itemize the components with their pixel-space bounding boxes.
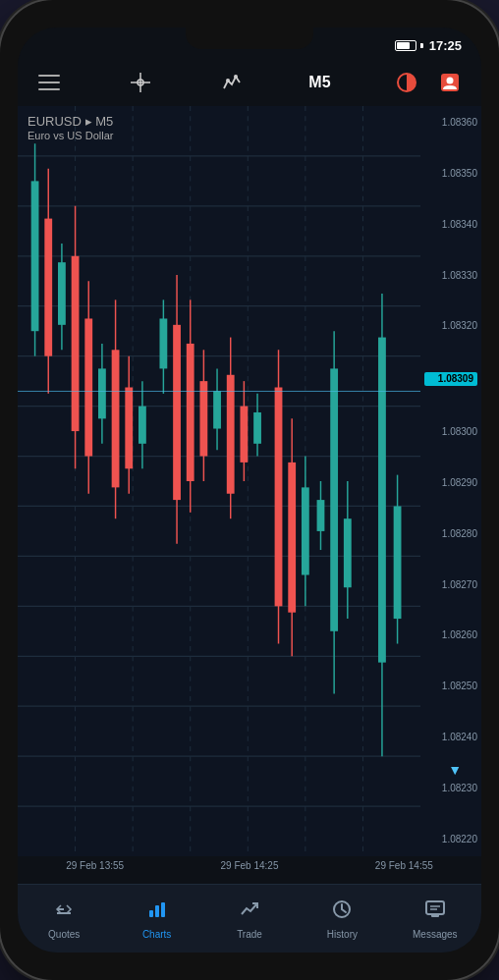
crosshair-line xyxy=(18,391,420,392)
svg-rect-55 xyxy=(187,344,194,481)
notch xyxy=(186,27,313,49)
phone-frame: 17:25 xyxy=(0,0,499,980)
indicator-icon[interactable] xyxy=(217,67,249,98)
price-9: 1.08280 xyxy=(424,529,477,539)
svg-rect-43 xyxy=(98,368,106,418)
trade-label: Trade xyxy=(237,929,262,940)
price-5: 1.08320 xyxy=(424,321,477,331)
scroll-indicator: ▼ xyxy=(448,762,462,778)
price-10: 1.08270 xyxy=(424,580,477,590)
price-2: 1.08350 xyxy=(424,169,477,179)
battery-icon xyxy=(395,40,423,51)
svg-rect-41 xyxy=(84,318,92,456)
price-1: 1.08360 xyxy=(424,118,477,128)
time-display: 17:25 xyxy=(429,38,462,53)
price-7: 1.08300 xyxy=(424,427,477,437)
svg-rect-1 xyxy=(38,82,60,83)
battery-tip xyxy=(420,43,423,48)
current-price: 1.08309 xyxy=(424,372,477,386)
svg-rect-88 xyxy=(426,901,444,914)
phone-screen: 17:25 xyxy=(18,27,481,953)
svg-point-10 xyxy=(446,78,453,84)
svg-rect-69 xyxy=(288,463,296,613)
theme-icon[interactable] xyxy=(391,67,422,98)
time-axis: 29 Feb 13:55 29 Feb 14:25 29 Feb 14:55 xyxy=(18,856,481,884)
history-label: History xyxy=(327,929,358,940)
crosshair-icon[interactable] xyxy=(125,67,156,98)
svg-rect-85 xyxy=(155,905,159,917)
svg-rect-0 xyxy=(38,75,60,77)
timeframe-text: M5 xyxy=(95,114,113,129)
svg-rect-84 xyxy=(149,910,153,917)
nav-item-trade[interactable]: Trade xyxy=(203,885,296,953)
price-axis: 1.08360 1.08350 1.08340 1.08330 1.08320 … xyxy=(420,106,481,856)
svg-rect-75 xyxy=(330,368,338,630)
nav-item-charts[interactable]: Charts xyxy=(110,885,202,953)
symbol-text: EURUSD xyxy=(28,114,82,129)
quotes-icon xyxy=(53,898,75,925)
svg-rect-81 xyxy=(394,506,402,619)
charts-label: Charts xyxy=(142,929,171,940)
svg-rect-49 xyxy=(139,407,146,444)
quotes-label: Quotes xyxy=(48,929,80,940)
messages-icon xyxy=(424,898,446,925)
toolbar-right-icons xyxy=(391,67,466,98)
svg-rect-71 xyxy=(302,487,309,574)
bottom-nav: Quotes Charts xyxy=(18,884,481,953)
svg-rect-37 xyxy=(58,262,66,325)
nav-item-history[interactable]: History xyxy=(296,885,388,953)
svg-rect-67 xyxy=(275,388,283,607)
svg-rect-2 xyxy=(38,88,60,90)
time-label-3: 29 Feb 14:55 xyxy=(375,860,433,880)
price-11: 1.08260 xyxy=(424,630,477,640)
history-icon xyxy=(331,898,353,925)
svg-rect-61 xyxy=(227,375,235,494)
svg-point-6 xyxy=(226,79,230,82)
charts-icon xyxy=(146,898,168,925)
battery-fill xyxy=(397,42,411,49)
chart-symbol: EURUSD ▸ M5 xyxy=(28,114,113,129)
status-time: 17:25 xyxy=(395,38,462,53)
svg-rect-59 xyxy=(213,391,221,428)
time-label-1: 29 Feb 13:55 xyxy=(66,860,124,880)
messages-label: Messages xyxy=(413,929,458,940)
price-12: 1.08250 xyxy=(424,681,477,691)
svg-rect-65 xyxy=(253,412,261,444)
svg-rect-63 xyxy=(240,407,248,463)
account-icon[interactable] xyxy=(434,67,466,98)
toolbar: M5 xyxy=(18,59,481,106)
battery-body xyxy=(395,40,416,51)
chart-area[interactable]: EURUSD ▸ M5 Euro vs US Dollar 1.08360 1.… xyxy=(18,106,481,856)
svg-rect-89 xyxy=(431,914,439,917)
chart-name: Euro vs US Dollar xyxy=(28,130,113,141)
svg-rect-51 xyxy=(159,318,167,368)
nav-item-quotes[interactable]: Quotes xyxy=(18,885,110,953)
time-label-2: 29 Feb 14:25 xyxy=(221,860,279,880)
svg-rect-73 xyxy=(317,500,325,531)
candle-chart-svg xyxy=(18,106,420,856)
svg-point-7 xyxy=(234,75,238,79)
svg-rect-39 xyxy=(72,256,80,431)
svg-rect-47 xyxy=(125,388,133,469)
svg-rect-77 xyxy=(344,518,352,587)
timeframe-selector[interactable]: M5 xyxy=(308,74,330,91)
price-8: 1.08290 xyxy=(424,478,477,488)
svg-rect-57 xyxy=(199,381,207,456)
svg-rect-53 xyxy=(173,325,181,500)
price-3: 1.08340 xyxy=(424,220,477,230)
svg-rect-33 xyxy=(31,181,39,331)
svg-rect-86 xyxy=(161,902,165,917)
price-4: 1.08330 xyxy=(424,271,477,281)
menu-icon[interactable] xyxy=(33,67,65,98)
price-13: 1.08240 xyxy=(424,733,477,742)
price-15: 1.08220 xyxy=(424,835,477,844)
svg-rect-35 xyxy=(44,219,52,356)
svg-rect-45 xyxy=(112,350,120,487)
candlestick-canvas xyxy=(18,106,420,856)
nav-item-messages[interactable]: Messages xyxy=(389,885,481,953)
price-14: 1.08230 xyxy=(424,784,477,793)
chart-header: EURUSD ▸ M5 Euro vs US Dollar xyxy=(28,114,113,141)
svg-rect-79 xyxy=(378,338,386,663)
trade-icon xyxy=(239,898,260,925)
